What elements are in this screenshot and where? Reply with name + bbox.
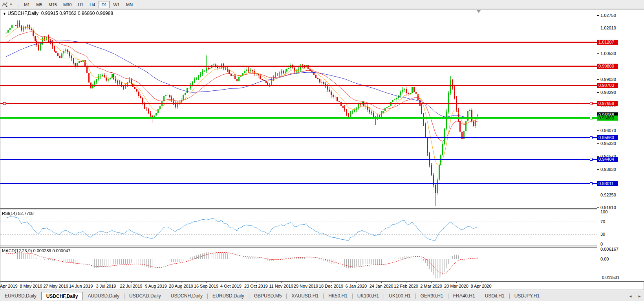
chart-tab-fra40-h1[interactable]: FRA40,H1 <box>448 292 480 300</box>
tab-scroll-left-icon[interactable]: ◄ <box>626 294 635 298</box>
date-label: 18 Dec 2019 <box>319 284 343 288</box>
chart-tab-gbpusd-m5[interactable]: GBPUSD,M5 <box>249 292 287 300</box>
date-label: 4 Oct 2019 <box>220 284 242 288</box>
macd-values: 0.000289 0.000047 <box>33 248 70 253</box>
date-tick <box>281 282 282 283</box>
chart-tab-audusd-daily[interactable]: AUDUSD,Daily <box>83 292 124 300</box>
chart-tab-ger30-h1[interactable]: GER30,H1 <box>416 292 448 300</box>
date-label: 9 Aug 2019 <box>145 284 167 288</box>
date-label: 20 Mar 2020 <box>444 284 468 288</box>
rsi-axis-label: 100 <box>600 209 607 215</box>
price-axis[interactable]: 1.027501.020101.005300.990300.982900.975… <box>597 9 644 281</box>
chart-tab-hk50-h1[interactable]: HK50,H1 <box>324 292 352 300</box>
price-tick-label: 0.96070 <box>600 128 616 133</box>
date-tick <box>106 282 106 283</box>
macd-label: MACD(12,26,9) 0.000289 0.000047 <box>2 248 70 253</box>
date-tick <box>56 282 56 283</box>
price-tick-label: 1.02750 <box>600 13 616 18</box>
price-tick-label: 0.93830 <box>600 167 616 172</box>
timeframe-button-m1[interactable]: M1 <box>21 1 33 8</box>
price-chart-canvas[interactable] <box>0 9 597 208</box>
date-tick <box>306 282 306 283</box>
price-tick <box>597 130 599 131</box>
date-tick <box>31 282 31 283</box>
date-tick <box>81 282 81 283</box>
rsi-axis-label: 30 <box>600 232 605 237</box>
timeframe-button-w1[interactable]: W1 <box>110 1 123 8</box>
timeframe-button-d1[interactable]: D1 <box>99 1 110 8</box>
rsi-chart-canvas[interactable] <box>0 210 597 246</box>
chart-tab-uk100-h1[interactable]: UK100,H1 <box>384 292 415 300</box>
date-label: 11 Nov 2019 <box>269 284 293 288</box>
date-label: 2 Mar 2020 <box>420 284 442 288</box>
date-label: 23 Oct 2019 <box>244 284 268 288</box>
date-label: 19 Apr 2019 <box>0 284 18 288</box>
date-tick <box>456 282 457 283</box>
chart-tab-usdjpy-h1[interactable]: USDJPY,H1 <box>510 292 544 300</box>
date-label: 28 Aug 2019 <box>169 284 193 288</box>
price-tick-label: 0.98290 <box>600 90 616 95</box>
chart-tab-usdcad-daily[interactable]: USDCAD,Daily <box>124 292 166 300</box>
date-tick <box>206 282 207 283</box>
date-tick <box>256 282 256 283</box>
date-label: 29 Nov 2019 <box>294 284 318 288</box>
dropdown-caret-icon[interactable]: ▼ <box>9 3 14 6</box>
collapse-caret-icon[interactable]: ▼ <box>3 12 6 16</box>
macd-axis-label: 0.00 <box>600 257 609 262</box>
chart-tab-eurusd-daily[interactable]: EURUSD,Daily <box>208 292 249 300</box>
chart-title: ▼ USDCHF,Daily 0.96915 0.97062 0.96860 0… <box>3 11 113 16</box>
date-label: 14 Jun 2019 <box>69 284 93 288</box>
date-tick <box>381 282 382 283</box>
rsi-axis-label: 70 <box>600 219 605 224</box>
price-pane: ▼ USDCHF,Daily 0.96915 0.97062 0.96860 0… <box>0 9 597 208</box>
date-tick <box>331 282 331 283</box>
price-tick <box>597 195 599 195</box>
price-tick-label: 0.95330 <box>600 141 616 146</box>
timeframe-button-m5[interactable]: M5 <box>33 1 45 8</box>
rsi-pane: RSI(14) 52.7708 <box>0 210 597 246</box>
timeframe-button-h1[interactable]: H1 <box>75 1 86 8</box>
date-tick <box>231 282 231 283</box>
price-tick-label: 0.99030 <box>600 77 616 82</box>
macd-axis-label: -0.011531 <box>600 275 620 280</box>
date-label: 6 Jan 2020 <box>346 284 367 288</box>
chart-tab-usoil-h1[interactable]: USOil,H1 <box>480 292 509 300</box>
price-tick <box>597 169 599 170</box>
chart-tab-eurusd-daily[interactable]: EURUSD,Daily <box>0 292 41 300</box>
macd-axis-label: 0.006167 <box>600 247 618 252</box>
rsi-axis-label: 0 <box>600 242 603 247</box>
date-label: 3 Jul 2019 <box>96 284 116 288</box>
timeframe-button-m30[interactable]: M30 <box>60 1 74 8</box>
tab-scroll-right-icon[interactable]: ► <box>635 294 644 298</box>
timeframe-button-h4[interactable]: H4 <box>87 1 98 8</box>
date-tick <box>406 282 406 283</box>
timeframe-button-m15[interactable]: M15 <box>46 1 59 8</box>
date-tick <box>6 282 6 283</box>
date-label: 12 Feb 2020 <box>394 284 418 288</box>
chart-tab-usdchf-daily[interactable]: USDCHF,Daily <box>41 292 83 300</box>
price-tick <box>597 207 599 208</box>
chart-tab-xauusd-h1[interactable]: XAUUSD,H1 <box>287 292 323 300</box>
chart-tab-uk100-h1[interactable]: UK100,H1 <box>353 292 384 300</box>
price-tick-label: 0.92350 <box>600 193 616 198</box>
chart-symbol: USDCHF,Daily <box>7 11 38 16</box>
date-tick <box>131 282 132 283</box>
line-price-label: 0.96803 <box>597 116 618 121</box>
rsi-label: RSI(14) 52.7708 <box>2 211 34 216</box>
chart-cursor-icon[interactable] <box>1 1 9 8</box>
timeframe-group: M1M5M15M30H1H4D1W1MN <box>21 1 136 8</box>
chart-shift-marker <box>477 10 481 13</box>
timeframe-button-mn[interactable]: MN <box>123 1 135 8</box>
date-label: 22 Jul 2019 <box>120 284 143 288</box>
price-tick <box>597 143 599 144</box>
rsi-value: 52.7708 <box>18 211 34 216</box>
chart-tab-usdcnh-daily[interactable]: USDCNH,Daily <box>166 292 207 300</box>
date-axis[interactable]: 19 Apr 20198 May 201927 May 201914 Jun 2… <box>0 281 644 290</box>
macd-pane: MACD(12,26,9) 0.000289 0.000047 <box>0 248 597 281</box>
date-label: 24 Jan 2020 <box>370 284 393 288</box>
date-label: 8 Apr 2020 <box>470 284 491 288</box>
price-tick <box>597 79 599 80</box>
macd-chart-canvas[interactable] <box>0 248 597 281</box>
date-tick <box>156 282 156 283</box>
line-price-label: 1.01207 <box>597 40 618 45</box>
